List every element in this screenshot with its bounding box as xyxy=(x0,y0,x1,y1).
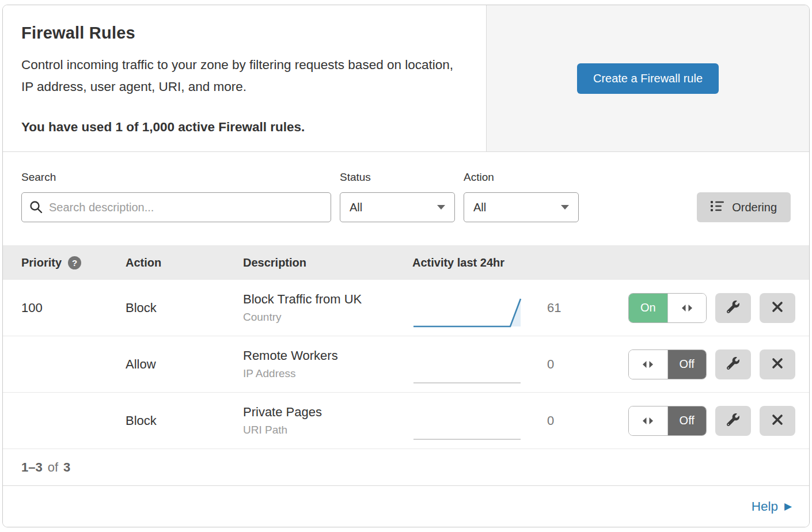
activity-count: 0 xyxy=(547,413,554,428)
action-select[interactable]: All xyxy=(464,192,579,222)
close-icon xyxy=(772,358,783,371)
firewall-rules-card: Firewall Rules Control incoming traffic … xyxy=(2,5,810,527)
wrench-icon xyxy=(727,413,739,428)
ordered-list-icon xyxy=(711,200,724,215)
pagination-range: 1–3 xyxy=(21,460,43,475)
toggle-handle-arrows-icon xyxy=(629,350,668,379)
search-input[interactable] xyxy=(21,192,331,222)
column-description: Description xyxy=(243,256,412,269)
rule-priority: 100 xyxy=(21,301,43,316)
search-filter-group: Search xyxy=(21,171,331,222)
delete-rule-button[interactable] xyxy=(760,293,795,323)
toggle-off-label: Off xyxy=(668,350,707,379)
rule-enabled-toggle[interactable]: Off xyxy=(628,349,707,379)
edit-rule-button[interactable] xyxy=(715,406,751,436)
page-description: Control incoming traffic to your zone by… xyxy=(21,54,465,98)
close-icon xyxy=(772,301,783,314)
priority-help-icon[interactable]: ? xyxy=(68,256,81,269)
ordering-button-label: Ordering xyxy=(732,201,777,214)
activity-sparkline xyxy=(412,408,528,442)
activity-sparkline xyxy=(412,352,528,385)
activity-sparkline xyxy=(412,295,528,329)
help-link[interactable]: Help ▶ xyxy=(752,499,792,514)
table-row: 100 Block Block Traffic from UK Country … xyxy=(3,280,809,336)
status-select-value: All xyxy=(350,201,362,214)
create-firewall-rule-button[interactable]: Create a Firewall rule xyxy=(577,63,719,94)
search-label: Search xyxy=(21,171,331,184)
header-action-panel: Create a Firewall rule xyxy=(487,5,809,151)
table-row: Allow Remote Workers IP Address 0 Off xyxy=(3,336,809,393)
toggle-off-label: Off xyxy=(668,406,707,435)
column-priority: Priority xyxy=(21,256,62,269)
pagination-total: 3 xyxy=(63,460,70,475)
filter-bar: Search Status All Action All xyxy=(3,152,809,245)
delete-rule-button[interactable] xyxy=(760,349,795,379)
close-icon xyxy=(772,414,783,427)
column-activity: Activity last 24hr xyxy=(412,256,795,269)
wrench-icon xyxy=(727,301,739,315)
pagination-of: of xyxy=(48,460,58,475)
rule-action: Block xyxy=(126,301,157,315)
page-title: Firewall Rules xyxy=(21,24,468,43)
activity-count: 0 xyxy=(547,357,554,372)
delete-rule-button[interactable] xyxy=(760,406,795,436)
search-box xyxy=(21,192,331,222)
rule-enabled-toggle[interactable]: Off xyxy=(628,406,707,436)
edit-rule-button[interactable] xyxy=(715,293,751,323)
rule-enabled-toggle[interactable]: On xyxy=(628,293,707,323)
usage-note: You have used 1 of 1,000 active Firewall… xyxy=(21,120,468,135)
rule-action: Block xyxy=(126,413,157,428)
search-icon xyxy=(29,200,43,216)
activity-count: 61 xyxy=(547,301,561,316)
status-select[interactable]: All xyxy=(340,192,455,222)
pagination-bar: 1–3 of 3 xyxy=(3,449,809,486)
chevron-down-icon xyxy=(437,205,445,210)
toggle-handle-arrows-icon xyxy=(667,294,707,322)
rule-description: Private Pages xyxy=(243,405,412,420)
rule-action: Allow xyxy=(126,357,156,371)
rule-match-type: Country xyxy=(243,311,412,324)
toggle-on-label: On xyxy=(629,294,667,322)
ordering-button[interactable]: Ordering xyxy=(697,192,791,222)
rule-description: Block Traffic from UK xyxy=(243,292,412,307)
status-filter-group: Status All xyxy=(340,171,455,222)
header-section: Firewall Rules Control incoming traffic … xyxy=(3,5,809,152)
toggle-handle-arrows-icon xyxy=(629,406,668,435)
action-label: Action xyxy=(464,171,579,184)
action-select-value: All xyxy=(473,201,486,214)
rule-match-type: IP Address xyxy=(243,367,412,380)
help-bar: Help ▶ xyxy=(3,486,809,527)
rule-description: Remote Workers xyxy=(243,348,412,363)
action-filter-group: Action All xyxy=(464,171,579,222)
caret-right-icon: ▶ xyxy=(784,501,792,511)
header-text-panel: Firewall Rules Control incoming traffic … xyxy=(3,5,487,151)
column-action: Action xyxy=(126,256,243,269)
chevron-down-icon xyxy=(561,205,569,210)
help-link-label: Help xyxy=(752,499,778,514)
rule-match-type: URI Path xyxy=(243,424,412,436)
table-header: Priority ? Action Description Activity l… xyxy=(3,245,809,280)
status-label: Status xyxy=(340,171,455,184)
edit-rule-button[interactable] xyxy=(715,349,751,379)
table-row: Block Private Pages URI Path 0 Off xyxy=(3,393,809,449)
wrench-icon xyxy=(727,357,739,371)
